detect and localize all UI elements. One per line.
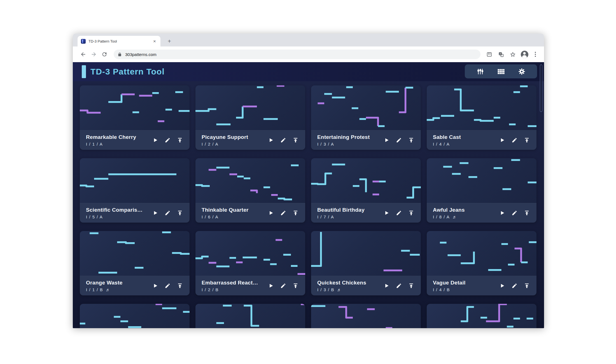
pattern-card: Entertaining Protest I / 3 / A [311,85,421,150]
export-button[interactable] [176,136,184,144]
play-button[interactable] [151,209,159,217]
lock-icon [118,52,122,57]
play-button[interactable] [498,209,506,217]
edit-button[interactable] [163,282,172,290]
pattern-preview[interactable] [80,85,190,130]
url-text: 303patterns.com [125,52,157,57]
play-button[interactable] [382,209,391,217]
export-button[interactable] [522,136,531,144]
browser-window: TD-3 Pattern Tool × + 303patterns.com [73,34,544,328]
app-header: TD-3 Pattern Tool [73,62,544,81]
url-bar[interactable]: 303patterns.com [114,50,480,59]
settings-button[interactable] [516,66,527,77]
tab-title: TD-3 Pattern Tool [88,39,152,43]
export-button[interactable] [176,282,184,290]
reload-button[interactable] [99,49,110,60]
export-button[interactable] [291,282,300,290]
play-button[interactable] [267,136,275,144]
pencil-icon [280,283,286,289]
pattern-preview[interactable] [195,158,305,203]
edit-button[interactable] [279,136,287,144]
pattern-card: Orange Waste I / 1 / B ♬ [80,231,190,295]
card-text: Entertaining Protest I / 3 / A [317,134,370,146]
card-meta-text: I / 1 / A [86,142,103,146]
pattern-preview[interactable] [427,304,536,328]
forward-button[interactable] [88,49,99,60]
play-button[interactable] [382,282,391,290]
card-text: Beautiful Birthday I / 7 / A [317,207,365,219]
card-meta-text: I / 4 / A [433,142,450,146]
star-icon [510,52,516,57]
card-footer: Entertaining Protest I / 3 / A [311,130,421,150]
back-button[interactable] [78,49,88,60]
card-meta: I / 2 / A [202,142,248,146]
edit-button[interactable] [395,209,403,217]
piano-extension-button[interactable] [485,50,493,59]
note-icon: ♬ [452,214,457,219]
card-meta: I / 8 / A ♬ [433,214,465,219]
pattern-card: Beautiful Birthday I / 7 / A [311,158,421,223]
pattern-preview[interactable] [195,85,305,130]
edit-button[interactable] [279,209,287,217]
pencil-icon [512,210,517,216]
edit-button[interactable] [395,282,403,290]
play-button[interactable] [151,136,159,144]
pattern-card: Vague Detail I / 4 / B [427,231,536,295]
profile-button[interactable] [520,50,529,59]
play-button[interactable] [498,282,506,290]
export-button[interactable] [522,209,531,217]
export-button[interactable] [522,282,531,290]
card-meta: I / 2 / B [202,287,258,292]
play-button[interactable] [151,282,159,290]
pattern-preview[interactable] [195,304,305,328]
play-button[interactable] [498,136,506,144]
export-button[interactable] [176,209,184,217]
pattern-preview[interactable] [311,304,421,328]
card-meta-text: I / 5 / A [86,214,103,219]
grid-view-button[interactable] [495,66,507,77]
translate-button[interactable]: A [497,50,505,59]
edit-button[interactable] [395,136,403,144]
pattern-preview[interactable] [427,85,536,130]
edit-button[interactable] [510,209,519,217]
export-button[interactable] [407,282,415,290]
edit-button[interactable] [163,209,172,217]
edit-button[interactable] [510,136,519,144]
export-button[interactable] [291,136,300,144]
play-button[interactable] [382,136,391,144]
pattern-preview[interactable] [80,158,190,203]
browser-tab[interactable]: TD-3 Pattern Tool × [78,36,160,46]
edit-button[interactable] [510,282,519,290]
header-toolbar [465,64,537,78]
play-button[interactable] [267,209,275,217]
export-button[interactable] [407,136,415,144]
scrollbar[interactable] [540,64,542,112]
close-tab-icon[interactable]: × [152,38,157,44]
new-tab-button[interactable]: + [165,37,174,45]
export-button[interactable] [407,209,415,217]
pattern-preview[interactable] [427,158,536,203]
export-button[interactable] [291,209,300,217]
pattern-preview[interactable] [80,231,190,276]
pattern-preview[interactable] [427,231,536,276]
bookmark-button[interactable] [508,50,517,59]
pencil-icon [512,283,517,289]
pattern-preview[interactable] [311,158,421,203]
card-text: Orange Waste I / 1 / B ♬ [86,280,123,292]
pattern-preview[interactable] [195,231,305,276]
sliders-button[interactable] [475,66,486,77]
pattern-card: Scientific Comparis… I / 5 / A [80,158,190,223]
upload-icon [177,283,183,289]
upload-icon [293,210,298,216]
pattern-preview[interactable] [311,231,421,276]
edit-button[interactable] [163,136,172,144]
card-actions [151,209,184,217]
edit-button[interactable] [279,282,287,290]
browser-menu-button[interactable] [532,51,539,58]
play-icon [152,210,158,216]
play-button[interactable] [267,282,275,290]
pattern-card: Quickest Chickens I / 3 / B ♬ [311,231,421,295]
pattern-preview[interactable] [80,304,190,328]
card-footer: Scientific Comparis… I / 5 / A [80,203,190,223]
pattern-preview[interactable] [311,85,421,130]
